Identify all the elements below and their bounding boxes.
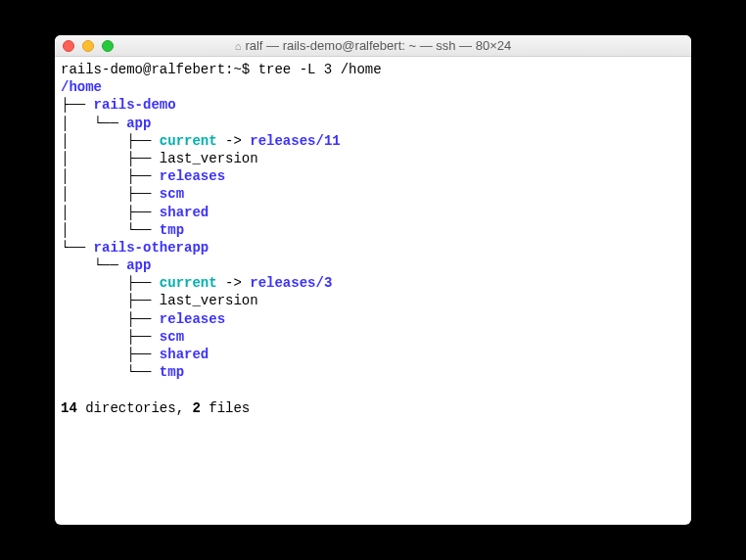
command-text: tree -L 3 /home	[258, 62, 382, 77]
tree-file: last_version	[160, 293, 258, 308]
minimize-button[interactable]	[82, 40, 94, 52]
tree-symlink: current	[160, 133, 217, 149]
tree-dir: shared	[160, 347, 209, 362]
tree-dir: app	[126, 257, 151, 273]
tree-dir: releases	[160, 311, 225, 327]
tree-dir: app	[126, 116, 151, 131]
prompt-user-host: rails-demo@ralfebert	[61, 62, 225, 77]
close-button[interactable]	[63, 40, 74, 52]
symlink-target: releases/11	[250, 133, 340, 149]
zoom-button[interactable]	[102, 40, 114, 52]
prompt-symbol: $	[242, 62, 250, 77]
summary-dirs-count: 14	[61, 400, 77, 416]
window-title-text: ralf — rails-demo@ralfebert: ~ — ssh — 8…	[245, 38, 511, 53]
summary-files-count: 2	[192, 400, 200, 416]
tree-symlink: current	[160, 275, 217, 291]
symlink-arrow: ->	[225, 275, 242, 291]
tree-dir: scm	[160, 186, 184, 202]
prompt-path: ~	[233, 62, 241, 77]
summary-dirs-label: directories,	[85, 400, 184, 416]
tree-dir: shared	[160, 205, 209, 220]
tree-dir: scm	[160, 329, 184, 345]
home-icon: ⌂	[235, 40, 242, 52]
traffic-lights	[63, 40, 114, 52]
terminal-window: ⌂ ralf — rails-demo@ralfebert: ~ — ssh —…	[55, 35, 691, 525]
title-bar[interactable]: ⌂ ralf — rails-demo@ralfebert: ~ — ssh —…	[55, 35, 691, 57]
tree-dir: tmp	[160, 364, 184, 380]
tree-dir: tmp	[160, 222, 184, 238]
tree-dir: rails-otherapp	[94, 240, 210, 256]
tree-file: last_version	[160, 151, 258, 166]
terminal-body[interactable]: rails-demo@ralfebert:~$ tree -L 3 /home …	[55, 57, 691, 525]
summary-files-label: files	[209, 400, 250, 416]
symlink-target: releases/3	[250, 275, 332, 291]
tree-dir: rails-demo	[94, 97, 176, 113]
window-title: ⌂ ralf — rails-demo@ralfebert: ~ — ssh —…	[63, 38, 683, 53]
tree-dir: releases	[160, 168, 225, 184]
symlink-arrow: ->	[225, 133, 242, 149]
tree-root: /home	[61, 79, 102, 95]
prompt-line: rails-demo@ralfebert:~$ tree -L 3 /home	[61, 62, 382, 77]
